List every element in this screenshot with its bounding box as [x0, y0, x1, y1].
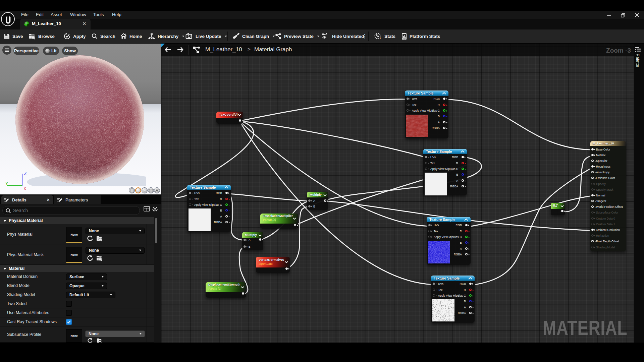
svg-text:Y: Y — [5, 181, 8, 186]
svg-text:Z: Z — [24, 171, 26, 176]
svg-text:i: i — [380, 36, 381, 40]
svg-text:x: x — [24, 186, 26, 190]
